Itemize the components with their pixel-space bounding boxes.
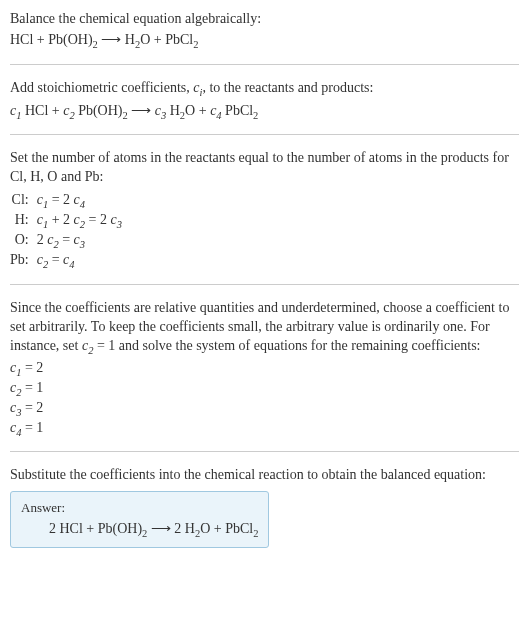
eq-lhs: HCl + Pb(OH) (10, 32, 93, 47)
section-solve: Since the coefficients are relative quan… (10, 299, 519, 437)
unbalanced-equation: HCl + Pb(OH)2 ⟶ H2O + PbCl2 (10, 31, 519, 50)
element-label: Cl: (10, 191, 37, 211)
divider (10, 451, 519, 452)
add-coef-intro: Add stoichiometric coefficients, ci, to … (10, 79, 519, 100)
coef-equation: c1 HCl + c2 Pb(OH)2 ⟶ c3 H2O + c4 PbCl2 (10, 102, 519, 121)
sub: 2 (253, 109, 258, 120)
answer-label: Answer: (21, 500, 258, 516)
atom-balance-table: Cl: c1 = 2 c4 H: c1 + 2 c2 = 2 c3 O: 2 c… (10, 191, 128, 270)
text: HCl + (21, 103, 63, 118)
table-row: H: c1 + 2 c2 = 2 c3 (10, 211, 128, 231)
problem-intro: Balance the chemical equation algebraica… (10, 10, 519, 29)
equation-cell: c1 + 2 c2 = 2 c3 (37, 211, 128, 231)
section-add-coefficients: Add stoichiometric coefficients, ci, to … (10, 79, 519, 121)
substitute-intro: Substitute the coefficients into the che… (10, 466, 519, 485)
op: = (59, 232, 74, 247)
text: , to the reactants and products: (202, 80, 373, 95)
element-label: Pb: (10, 251, 37, 271)
val: = 1 (21, 420, 43, 435)
divider (10, 134, 519, 135)
n: 4 (80, 199, 85, 210)
solution-line: c3 = 2 (10, 400, 519, 418)
solve-intro: Since the coefficients are relative quan… (10, 299, 519, 358)
atom-balance-intro: Set the number of atoms in the reactants… (10, 149, 519, 187)
element-label: O: (10, 231, 37, 251)
table-row: Cl: c1 = 2 c4 (10, 191, 128, 211)
text: 2 HCl + Pb(OH) (49, 521, 142, 536)
eq-rhs: O + PbCl (140, 32, 193, 47)
equation-cell: c1 = 2 c4 (37, 191, 128, 211)
num: 2 (37, 232, 48, 247)
text: H (166, 103, 180, 118)
val: = 2 (21, 360, 43, 375)
text: PbCl (222, 103, 254, 118)
divider (10, 284, 519, 285)
op: = 2 (85, 212, 110, 227)
divider (10, 64, 519, 65)
equation-cell: c2 = c4 (37, 251, 128, 271)
op: = 2 (48, 192, 73, 207)
val: = 2 (21, 400, 43, 415)
section-problem: Balance the chemical equation algebraica… (10, 10, 519, 50)
table-row: Pb: c2 = c4 (10, 251, 128, 271)
solution-line: c1 = 2 (10, 360, 519, 378)
text: O + PbCl (200, 521, 253, 536)
solution-line: c4 = 1 (10, 420, 519, 438)
n: 3 (80, 239, 85, 250)
text: Add stoichiometric coefficients, (10, 80, 193, 95)
sub: 2 (253, 528, 258, 539)
answer-box: Answer: 2 HCl + Pb(OH)2 ⟶ 2 H2O + PbCl2 (10, 491, 269, 548)
val: = 1 (21, 380, 43, 395)
equation-cell: 2 c2 = c3 (37, 231, 128, 251)
text: O + (185, 103, 210, 118)
n: 4 (69, 258, 74, 269)
arrow: ⟶ (128, 103, 155, 118)
balanced-equation: 2 HCl + Pb(OH)2 ⟶ 2 H2O + PbCl2 (21, 520, 258, 539)
text: = 1 and solve the system of equations fo… (93, 338, 480, 353)
op: = (48, 252, 63, 267)
op: + 2 (48, 212, 73, 227)
sub-2: 2 (193, 39, 198, 50)
text: Pb(OH) (75, 103, 123, 118)
text: ⟶ 2 H (147, 521, 195, 536)
n: 3 (117, 219, 122, 230)
table-row: O: 2 c2 = c3 (10, 231, 128, 251)
section-atom-balance: Set the number of atoms in the reactants… (10, 149, 519, 270)
solution-line: c2 = 1 (10, 380, 519, 398)
section-answer: Substitute the coefficients into the che… (10, 466, 519, 548)
arrow: ⟶ H (98, 32, 135, 47)
element-label: H: (10, 211, 37, 231)
